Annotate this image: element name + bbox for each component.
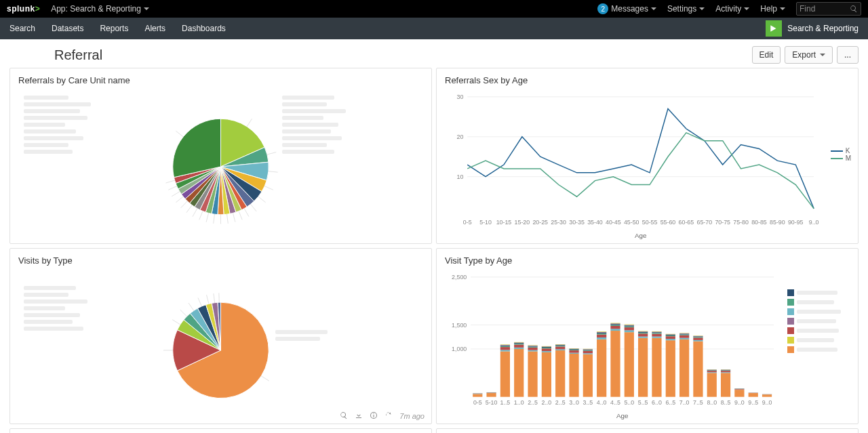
svg-rect-201 [707,373,717,396]
chart-legend: K M [831,147,851,162]
app-picker[interactable]: App: Search & Reporting [51,4,149,14]
svg-rect-106 [542,351,551,352]
svg-rect-225 [749,393,758,397]
find-input[interactable]: Find [796,2,861,16]
nav-reports[interactable]: Reports [100,24,128,33]
svg-rect-187 [679,335,689,338]
nav-search[interactable]: Search [9,24,35,33]
svg-rect-202 [707,372,717,373]
svg-line-5 [251,204,257,211]
svg-rect-95 [514,342,524,343]
svg-text:25-30: 25-30 [551,219,566,226]
svg-rect-129 [583,354,593,397]
svg-rect-84 [500,346,510,347]
svg-rect-87 [500,344,510,345]
svg-rect-164 [638,333,648,333]
svg-rect-131 [583,351,593,354]
svg-rect-172 [652,333,661,333]
svg-line-53 [189,303,194,310]
svg-rect-110 [542,346,551,347]
nav-dashboards[interactable]: Dashboards [182,24,226,33]
menu-help[interactable]: Help [760,4,785,14]
svg-text:45-50: 45-50 [624,219,639,226]
panel-referrals-sex-by-age: Referrals Sex by Age 1020300-55-1010-151… [436,68,859,244]
svg-rect-102 [528,346,537,346]
svg-rect-205 [707,370,717,371]
svg-text:2..0: 2..0 [542,399,552,406]
more-button[interactable]: ... [837,46,859,64]
nav-datasets[interactable]: Datasets [52,24,83,33]
svg-rect-204 [707,370,717,371]
svg-rect-219 [734,389,744,390]
panel-title: Visits by Type [10,249,431,270]
zoom-icon[interactable] [340,411,348,421]
svg-rect-178 [666,339,675,340]
svg-rect-161 [638,338,648,397]
svg-rect-99 [528,348,537,350]
menu-settings[interactable]: Settings [667,4,705,14]
svg-rect-196 [693,337,703,337]
svg-line-1 [267,152,276,154]
svg-line-55 [206,295,208,304]
refresh-icon[interactable] [384,411,393,421]
info-icon[interactable] [370,411,378,421]
svg-text:60-65: 60-65 [679,219,694,226]
svg-line-8 [233,213,235,222]
svg-rect-165 [638,332,648,333]
svg-text:Age: Age [635,232,647,239]
svg-rect-143 [597,331,606,332]
svg-rect-97 [528,351,537,396]
svg-line-19 [168,186,177,190]
menu-messages[interactable]: 2Messages [597,3,656,14]
svg-rect-190 [679,333,689,334]
svg-line-4 [258,197,266,203]
svg-text:3..5: 3..5 [583,399,593,406]
search-icon [850,5,858,13]
svg-rect-125 [569,349,578,350]
svg-line-11 [214,214,215,224]
svg-rect-198 [693,336,703,337]
svg-rect-177 [666,340,675,396]
svg-line-16 [181,201,188,208]
svg-rect-117 [555,345,565,346]
svg-text:0-5: 0-5 [473,399,482,406]
svg-rect-188 [679,335,689,335]
panel-title: Visits by Region [437,429,858,433]
svg-rect-182 [666,334,675,335]
svg-rect-98 [528,350,537,352]
svg-rect-186 [679,338,689,339]
svg-line-56 [214,293,215,303]
svg-rect-175 [652,331,661,332]
edit-button[interactable]: Edit [752,46,781,64]
svg-line-17 [176,197,183,203]
svg-text:1,000: 1,000 [452,346,467,352]
svg-line-20 [165,180,174,183]
svg-rect-145 [610,331,620,397]
svg-text:9..0: 9..0 [734,399,745,406]
download-icon[interactable] [355,411,363,421]
svg-rect-65 [473,394,482,396]
svg-line-49 [261,376,269,381]
caret-down-icon [820,54,825,56]
caret-down-icon [651,7,656,10]
svg-line-3 [264,186,273,190]
nav-alerts[interactable]: Alerts [144,24,165,33]
svg-text:6..5: 6..5 [665,399,675,406]
menu-activity[interactable]: Activity [715,4,749,14]
svg-line-9 [227,214,229,224]
svg-rect-157 [625,325,634,326]
svg-rect-92 [514,344,524,344]
export-button[interactable]: Export [785,46,833,64]
svg-rect-137 [597,339,606,397]
svg-line-12 [206,213,208,222]
svg-rect-193 [693,342,703,397]
svg-text:5..5: 5..5 [638,399,648,406]
svg-text:5-10: 5-10 [486,399,498,406]
svg-text:10: 10 [456,173,463,180]
svg-rect-173 [652,332,661,333]
svg-line-51 [172,320,180,325]
svg-rect-211 [721,371,730,372]
svg-text:Age: Age [616,412,629,419]
svg-rect-159 [625,325,634,325]
svg-rect-116 [555,346,565,346]
